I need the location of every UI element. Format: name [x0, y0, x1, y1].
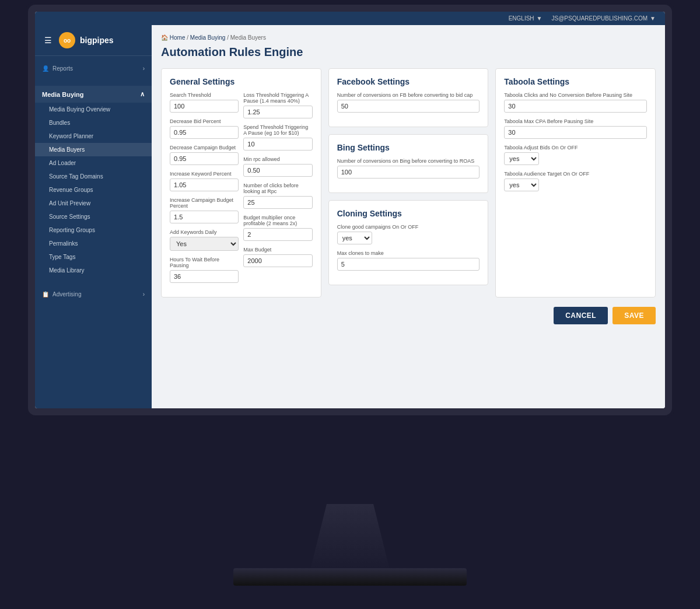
sidebar-item-source-tag-domains[interactable]: Source Tag Domains	[35, 170, 152, 183]
breadcrumb-home[interactable]: Home	[170, 34, 186, 41]
sidebar-item-ad-loader[interactable]: Ad Loader	[35, 156, 152, 170]
sidebar-item-ad-unit-preview[interactable]: Ad Unit Preview	[35, 197, 152, 210]
max-clones-label: Max clones to make	[337, 250, 480, 256]
sidebar-item-media-library[interactable]: Media Library	[35, 264, 152, 277]
loss-threshold-label: Loss Threshold Triggering A Pause (1.4 m…	[243, 92, 312, 104]
increase-campaign-budget-label: Increase Campaign Budget Percent	[170, 197, 239, 209]
clone-campaigns-group: Clone good campaigns On Or OFF yes no	[337, 224, 480, 244]
max-budget-group: Max Budget	[243, 247, 312, 267]
budget-multiplier-group: Budget multiplier once profitable (2 mea…	[243, 215, 312, 241]
sidebar-item-revenue-groups[interactable]: Revenue Groups	[35, 183, 152, 197]
taboola-max-cpa-input[interactable]	[504, 126, 647, 139]
decrease-campaign-group: Decrease Campaign Budget	[170, 145, 239, 165]
search-threshold-input[interactable]	[170, 100, 239, 113]
clicks-before-rpc-label: Number of clicks before looking at Rpc	[243, 183, 312, 194]
decrease-bid-group: Decrease Bid Percent	[170, 118, 239, 139]
monitor-stand	[292, 504, 408, 574]
loss-threshold-group: Loss Threshold Triggering A Pause (1.4 m…	[243, 92, 312, 118]
taboola-settings-card: Taboola Settings Taboola Clicks and No C…	[495, 68, 656, 298]
bing-conversions-input[interactable]	[337, 166, 480, 178]
clone-campaigns-select[interactable]: yes no	[337, 232, 372, 244]
decrease-campaign-label: Decrease Campaign Budget	[170, 145, 239, 150]
loss-threshold-input[interactable]	[243, 106, 312, 118]
hours-wait-label: Hours To Wait Before Pausing	[170, 257, 239, 268]
sidebar-item-type-tags[interactable]: Type Tags	[35, 250, 152, 264]
clicks-before-rpc-group: Number of clicks before looking at Rpc	[243, 183, 312, 209]
budget-multiplier-label: Budget multiplier once profitable (2 mea…	[243, 215, 312, 226]
clicks-before-rpc-input[interactable]	[243, 196, 312, 209]
taboola-clicks-group: Taboola Clicks and No Conversion Before …	[504, 92, 647, 113]
clone-campaigns-label: Clone good campaigns On Or OFF	[337, 224, 480, 230]
settings-grid: General Settings Search Threshold Decrea…	[161, 68, 656, 298]
fb-conversions-input[interactable]	[337, 100, 480, 113]
general-settings-card: General Settings Search Threshold Decrea…	[161, 68, 321, 298]
cloning-settings-card: Cloning Settings Clone good campaigns On…	[328, 200, 489, 285]
budget-multiplier-input[interactable]	[243, 228, 312, 241]
top-bar: ENGLISH ▼ JS@PSQUAREDPUBLISHING.COM ▼	[35, 12, 665, 25]
max-clones-input[interactable]	[337, 258, 480, 271]
facebook-settings-title: Facebook Settings	[337, 77, 480, 86]
sidebar-item-bundles[interactable]: Bundles	[35, 116, 152, 130]
hours-wait-group: Hours To Wait Before Pausing	[170, 257, 239, 283]
sidebar-item-media-buying-overview[interactable]: Media Buying Overview	[35, 103, 152, 116]
sidebar-item-source-settings[interactable]: Source Settings	[35, 210, 152, 223]
add-keywords-label: Add Keywords Daily	[170, 229, 239, 235]
reports-header[interactable]: 👤 Reports ›	[35, 61, 152, 76]
increase-keyword-input[interactable]	[170, 178, 239, 191]
taboola-clicks-label: Taboola Clicks and No Conversion Before …	[504, 92, 647, 98]
sidebar-item-keyword-planner[interactable]: Keyword Planner	[35, 130, 152, 143]
increase-keyword-group: Increase Keyword Percent	[170, 171, 239, 191]
search-threshold-label: Search Threshold	[170, 92, 239, 98]
taboola-adjust-bids-label: Taboola Adjust Bids On Or OFF	[504, 145, 647, 150]
add-keywords-group: Add Keywords Daily Yes No	[170, 229, 239, 251]
fb-conversions-label: Number of conversions on FB before conve…	[337, 92, 480, 98]
sidebar-item-reporting-groups[interactable]: Reporting Groups	[35, 223, 152, 237]
advertising-header[interactable]: 📋 Advertising ›	[35, 286, 152, 302]
min-rpc-group: Min rpc allowed	[243, 156, 312, 177]
breadcrumb-media-buying[interactable]: Media Buying	[190, 34, 226, 41]
taboola-adjust-bids-group: Taboola Adjust Bids On Or OFF yes no	[504, 145, 647, 165]
advertising-section: 📋 Advertising ›	[35, 282, 152, 307]
language-selector[interactable]: ENGLISH ▼	[509, 15, 542, 22]
general-settings-title: General Settings	[170, 77, 313, 86]
decrease-bid-label: Decrease Bid Percent	[170, 118, 239, 124]
middle-column: Facebook Settings Number of conversions …	[328, 68, 489, 298]
bing-settings-title: Bing Settings	[337, 143, 480, 152]
general-settings-form: Search Threshold Decrease Bid Percent De…	[170, 92, 313, 289]
max-budget-label: Max Budget	[243, 247, 312, 253]
logo-text: bigpipes	[80, 36, 114, 45]
hours-wait-input[interactable]	[170, 270, 239, 283]
max-budget-input[interactable]	[243, 254, 312, 267]
breadcrumb-current: Media Buyers	[230, 34, 266, 41]
decrease-campaign-input[interactable]	[170, 152, 239, 165]
taboola-audience-select[interactable]: yes no	[504, 178, 539, 191]
reports-icon: 👤	[42, 65, 49, 72]
taboola-audience-label: Taboola Audience Target On Or OFF	[504, 171, 647, 177]
max-clones-group: Max clones to make	[337, 250, 480, 271]
taboola-adjust-bids-select[interactable]: yes no	[504, 152, 539, 165]
taboola-clicks-input[interactable]	[504, 100, 647, 113]
increase-keyword-label: Increase Keyword Percent	[170, 171, 239, 177]
save-button[interactable]: SAVE	[612, 307, 656, 324]
page-title: Automation Rules Engine	[161, 46, 656, 59]
sidebar: ☰ oo bigpipes 👤 Reports › Media Bu	[35, 25, 152, 408]
sidebar-item-media-buyers[interactable]: Media Buyers	[35, 143, 152, 156]
sidebar-item-permalinks[interactable]: Permalinks	[35, 237, 152, 250]
decrease-bid-input[interactable]	[170, 126, 239, 139]
logo-icon: oo	[59, 32, 75, 48]
bing-conversions-group: Number of conversions on Bing before con…	[337, 158, 480, 178]
user-menu[interactable]: JS@PSQUAREDPUBLISHING.COM ▼	[551, 15, 656, 22]
taboola-audience-group: Taboola Audience Target On Or OFF yes no	[504, 171, 647, 191]
spend-threshold-input[interactable]	[243, 138, 312, 150]
taboola-max-cpa-group: Taboola Max CPA Before Pausing Site	[504, 118, 647, 139]
media-buying-parent[interactable]: Media Buying ∧	[35, 86, 152, 103]
cancel-button[interactable]: CANCEL	[554, 307, 608, 324]
min-rpc-input[interactable]	[243, 164, 312, 177]
min-rpc-label: Min rpc allowed	[243, 156, 312, 162]
increase-campaign-budget-input[interactable]	[170, 211, 239, 223]
bing-settings-card: Bing Settings Number of conversions on B…	[328, 134, 489, 193]
facebook-settings-card: Facebook Settings Number of conversions …	[328, 68, 489, 127]
hamburger-icon[interactable]: ☰	[42, 33, 54, 47]
media-buying-section: Media Buying ∧ Media Buying Overview Bun…	[35, 81, 152, 282]
add-keywords-select[interactable]: Yes No	[170, 237, 239, 251]
